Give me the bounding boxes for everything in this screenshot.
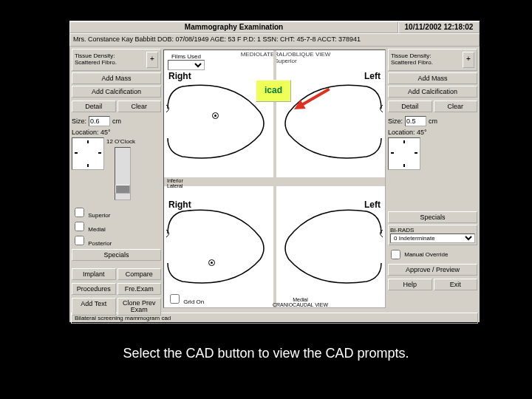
implant-button[interactable]: Implant [72, 268, 116, 280]
icad-button[interactable]: icad [256, 80, 291, 102]
horizontal-divider: Inferior Lateral [164, 177, 385, 186]
manual-override-checkbox[interactable]: Manual Override [388, 248, 477, 262]
add-mass-button-r[interactable]: Add Mass [388, 72, 477, 84]
right-label-bot: Right [168, 200, 191, 210]
clone-prev-button[interactable]: Clone Prev Exam [117, 298, 162, 316]
size-label-r: Size: [388, 117, 403, 125]
app-window: Mammography Examination 10/11/2002 12:18… [69, 20, 480, 323]
free-exam-button[interactable]: Fre.Exam [117, 283, 162, 295]
clock-dial-r[interactable] [388, 137, 420, 170]
right-label-top: Right [168, 71, 191, 81]
clock-dial[interactable] [72, 137, 104, 170]
tissue-density-label-r: Tissue Density: Scattered Fibro. [391, 53, 461, 66]
detail-button-r[interactable]: Detail [388, 100, 432, 112]
superior-label: Superior [201, 58, 370, 64]
twelve-oclock-label: 12 O'Clock [106, 138, 135, 145]
diagram-area: Films Used MEDIOLATERAL/OBLIQUE VIEW Sup… [163, 50, 386, 308]
patient-summary: Mrs. Constance Kay Babbitt DOB: 07/08/19… [69, 33, 480, 47]
lateral-label: Lateral [167, 183, 183, 188]
size-label: Size: [72, 117, 86, 125]
size-input-r[interactable] [405, 116, 426, 126]
grid-on-checkbox[interactable]: Grid On [167, 292, 204, 306]
size-unit-r: cm [429, 117, 437, 125]
exit-button[interactable]: Exit [434, 279, 478, 290]
tissue-density-box: Tissue Density: Scattered Fibro. + [72, 49, 161, 71]
left-panel: Tissue Density: Scattered Fibro. + Add M… [69, 47, 163, 311]
left-label-bot: Left [364, 200, 381, 210]
right-cc-quadrant[interactable]: Right [164, 197, 273, 300]
mlo-view-label: MEDIOLATERAL/OBLIQUE VIEW [201, 51, 370, 58]
right-panel: Tissue Density: Scattered Fibro. + Add M… [386, 47, 480, 311]
specials-button[interactable]: Specials [72, 249, 161, 261]
birads-select[interactable]: 0 Indeterminate [390, 233, 475, 243]
window-header: Mammography Examination 10/11/2002 12:18… [69, 21, 480, 33]
status-bar: Bilateral screening mammogram cad [71, 313, 478, 324]
help-button[interactable]: Help [388, 279, 432, 290]
birads-label: BI-RADS [390, 227, 475, 233]
add-calcification-button[interactable]: Add Calcification [72, 86, 161, 98]
medial-label: Medial [293, 297, 308, 302]
films-used-label: Films Used [171, 53, 201, 60]
svg-line-0 [301, 89, 330, 106]
add-calcification-button-r[interactable]: Add Calcification [388, 86, 477, 98]
size-input[interactable] [89, 116, 110, 126]
tissue-plus-button-r[interactable]: + [463, 52, 474, 68]
add-mass-button[interactable]: Add Mass [72, 72, 161, 84]
clear-button[interactable]: Clear [117, 100, 162, 112]
approve-preview-button[interactable]: Approve / Preview [388, 264, 477, 276]
window-datetime: 10/11/2002 12:18:02 [398, 21, 480, 33]
add-text-button[interactable]: Add Text [72, 298, 116, 316]
inferior-label: Inferior [167, 178, 183, 183]
marker-right-cc[interactable] [208, 259, 215, 266]
compare-button[interactable]: Compare [117, 268, 162, 280]
clear-button-r[interactable]: Clear [434, 100, 478, 112]
marker-right-mlo[interactable] [212, 112, 219, 119]
posterior-checkbox[interactable]: Posterior [72, 233, 161, 248]
detail-button[interactable]: Detail [72, 100, 116, 112]
medial-checkbox[interactable]: Medial [72, 219, 161, 233]
size-unit: cm [112, 117, 121, 125]
procedures-button[interactable]: Procedures [72, 283, 116, 295]
superior-checkbox[interactable]: Superior [72, 205, 161, 219]
cc-view-label: CRANIOCAUDAL VIEW [273, 302, 328, 307]
anterior-posterior-slider[interactable] [115, 147, 131, 200]
left-label-top: Left [364, 71, 381, 81]
location-label-r: Location: 45° [388, 129, 477, 136]
tissue-density-label: Tissue Density: Scattered Fibro. [75, 53, 145, 66]
location-label: Location: 45° [72, 129, 161, 136]
slide-caption: Select the CAD button to view the CAD pr… [0, 346, 532, 361]
left-cc-quadrant[interactable]: Left [276, 197, 385, 300]
specials-button-r[interactable]: Specials [388, 211, 477, 223]
tissue-plus-button[interactable]: + [146, 52, 158, 68]
window-title: Mammography Examination [69, 21, 398, 33]
